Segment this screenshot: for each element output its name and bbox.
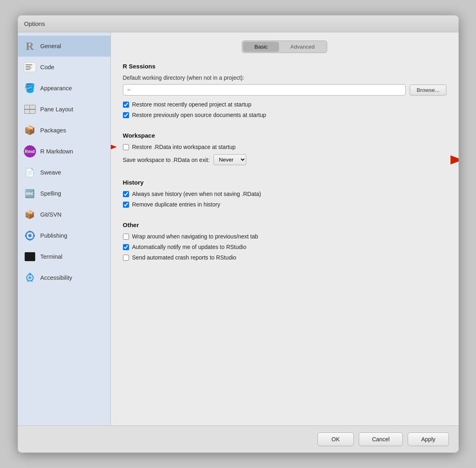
publishing-icon: [23, 229, 36, 242]
auto-notify-row: Automatically notify me of updates to RS…: [123, 244, 446, 250]
sidebar-item-code[interactable]: Code: [18, 57, 110, 78]
restore-source-label: Restore previously open source documents…: [132, 112, 267, 118]
appearance-icon: 🪣: [23, 82, 36, 95]
sidebar-label-packages: Packages: [40, 127, 66, 134]
sidebar-item-git-svn[interactable]: 📦 Git/SVN: [18, 204, 110, 225]
remove-duplicates-row: Remove duplicate entries in history: [123, 201, 446, 208]
sidebar-label-code: Code: [40, 64, 55, 70]
sidebar-label-terminal: Terminal: [40, 253, 63, 260]
code-icon: [23, 61, 36, 74]
always-save-history-row: Always save history (even when not savin…: [123, 191, 446, 197]
auto-notify-label: Automatically notify me of updates to RS…: [132, 244, 246, 250]
dialog-body: R General Code 🪣: [18, 32, 459, 425]
svg-point-4: [25, 235, 27, 237]
save-workspace-row: Save workspace to .RData on exit: Never …: [123, 154, 446, 165]
remove-duplicates-checkbox[interactable]: [123, 202, 129, 208]
sidebar-item-terminal[interactable]: Terminal: [18, 246, 110, 267]
tab-group: Basic Advanced: [242, 40, 327, 53]
other-title: Other: [123, 221, 446, 228]
title-bar: Options: [18, 15, 459, 32]
wrap-around-checkbox[interactable]: [123, 234, 129, 240]
terminal-icon: [23, 250, 36, 263]
sidebar-label-sweave: Sweave: [40, 169, 61, 176]
red-arrow-left: [111, 140, 117, 154]
sidebar-label-r-markdown: R Markdown: [40, 148, 73, 155]
sweave-icon: 📄: [23, 166, 36, 179]
tab-advanced[interactable]: Advanced: [279, 42, 326, 52]
working-dir-label: Default working directory (when not in a…: [123, 74, 446, 81]
history-title: History: [123, 179, 446, 186]
sidebar: R General Code 🪣: [18, 32, 111, 425]
section-workspace: Workspace Restore .RData i: [123, 132, 446, 169]
restore-source-row: Restore previously open source documents…: [123, 112, 446, 118]
sidebar-item-appearance[interactable]: 🪣 Appearance: [18, 78, 110, 99]
restore-project-checkbox[interactable]: [123, 102, 129, 108]
wrap-around-row: Wrap around when navigating to previous/…: [123, 233, 446, 240]
sidebar-label-spelling: Spelling: [40, 190, 61, 197]
sidebar-item-packages[interactable]: 📦 Packages: [18, 120, 110, 141]
main-content: Basic Advanced R Sessions Default workin…: [111, 32, 459, 425]
pane-icon: [23, 103, 36, 116]
always-save-history-checkbox[interactable]: [123, 191, 129, 197]
red-arrow-right: [451, 153, 459, 167]
save-workspace-label: Save workspace to .RData on exit:: [123, 157, 210, 163]
sidebar-item-spelling[interactable]: 🔤 Spelling: [18, 183, 110, 204]
browse-button[interactable]: Browse...: [410, 85, 446, 96]
restore-rdata-label: Restore .RData into workspace at startup: [132, 144, 236, 150]
tab-bar: Basic Advanced: [123, 40, 446, 53]
apply-button[interactable]: Apply: [408, 432, 448, 446]
sidebar-item-pane-layout[interactable]: Pane Layout: [18, 99, 110, 120]
working-dir-row: Browse...: [123, 84, 446, 96]
dialog-footer: OK Cancel Apply: [18, 425, 459, 453]
spelling-icon: 🔤: [23, 187, 36, 200]
always-save-history-label: Always save history (even when not savin…: [132, 191, 261, 197]
r-sessions-title: R Sessions: [123, 63, 446, 70]
dialog-title: Options: [24, 20, 45, 27]
working-dir-input[interactable]: [123, 84, 406, 96]
section-r-sessions: R Sessions Default working directory (wh…: [123, 63, 446, 122]
sidebar-item-publishing[interactable]: Publishing: [18, 225, 110, 246]
ok-button[interactable]: OK: [317, 432, 354, 446]
sidebar-item-sweave[interactable]: 📄 Sweave: [18, 162, 110, 183]
r-icon: R: [23, 40, 36, 53]
accessibility-icon: [23, 271, 36, 284]
section-history: History Always save history (even when n…: [123, 179, 446, 212]
sidebar-label-appearance: Appearance: [40, 85, 72, 91]
sidebar-label-git-svn: Git/SVN: [40, 211, 61, 218]
wrap-around-label: Wrap around when navigating to previous/…: [132, 233, 258, 240]
sidebar-label-pane-layout: Pane Layout: [40, 106, 73, 113]
restore-rdata-row: Restore .RData into workspace at startup: [123, 144, 446, 150]
sidebar-label-publishing: Publishing: [40, 232, 68, 239]
sidebar-label-general: General: [40, 43, 61, 49]
workspace-title: Workspace: [123, 132, 446, 139]
restore-source-checkbox[interactable]: [123, 112, 129, 118]
restore-project-row: Restore most recently opened project at …: [123, 101, 446, 108]
svg-point-3: [29, 239, 31, 241]
sidebar-item-accessibility[interactable]: Accessibility: [18, 267, 110, 288]
sidebar-item-general[interactable]: R General: [18, 36, 110, 57]
svg-point-5: [33, 235, 35, 237]
crash-reports-label: Send automated crash reports to RStudio: [132, 254, 237, 261]
rmd-icon: Rmd: [23, 145, 36, 158]
git-icon: 📦: [23, 208, 36, 221]
packages-icon: 📦: [23, 124, 36, 137]
sidebar-item-r-markdown[interactable]: Rmd R Markdown: [18, 141, 110, 162]
restore-rdata-checkbox[interactable]: [123, 144, 129, 150]
svg-point-1: [28, 234, 32, 237]
save-workspace-select[interactable]: Never Ask Always: [214, 154, 246, 165]
remove-duplicates-label: Remove duplicate entries in history: [132, 201, 220, 208]
restore-project-label: Restore most recently opened project at …: [132, 101, 252, 108]
tab-basic[interactable]: Basic: [243, 42, 279, 52]
crash-reports-checkbox[interactable]: [123, 255, 129, 261]
options-dialog: Options R General: [18, 15, 459, 453]
section-other: Other Wrap around when navigating to pre…: [123, 221, 446, 265]
cancel-button[interactable]: Cancel: [359, 432, 403, 446]
svg-point-2: [29, 231, 31, 233]
sidebar-label-accessibility: Accessibility: [40, 274, 72, 281]
crash-reports-row: Send automated crash reports to RStudio: [123, 254, 446, 261]
auto-notify-checkbox[interactable]: [123, 244, 129, 250]
